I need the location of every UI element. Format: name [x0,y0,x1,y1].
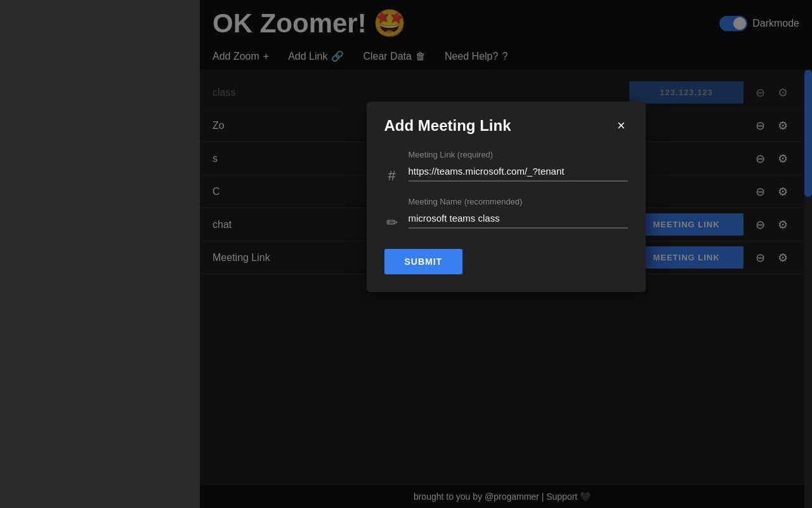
add-meeting-link-modal: Add Meeting Link × # Meeting Link (requi… [367,102,646,292]
pencil-icon: ✏ [384,215,400,231]
link-field-label: Meeting Link (required) [409,150,628,159]
modal-close-button[interactable]: × [615,117,628,134]
left-panel [0,0,200,508]
name-field-container: Meeting Name (recommended) [409,197,628,229]
submit-button[interactable]: SUBMIT [384,249,463,274]
main-content: OK Zoomer! 🤩 Darkmode Add Zoom + Add Lin… [200,0,812,508]
modal-title: Add Meeting Link [384,117,511,135]
name-field-label: Meeting Name (recommended) [409,197,628,206]
meeting-name-input[interactable] [409,210,628,229]
modal-overlay: Add Meeting Link × # Meeting Link (requi… [200,0,812,508]
hash-icon: # [384,168,400,184]
link-field-container: Meeting Link (required) [409,150,628,182]
meeting-link-field: # Meeting Link (required) [384,150,628,184]
modal-header: Add Meeting Link × [384,117,628,135]
meeting-name-field: ✏ Meeting Name (recommended) [384,197,628,231]
meeting-link-input[interactable] [409,163,628,182]
